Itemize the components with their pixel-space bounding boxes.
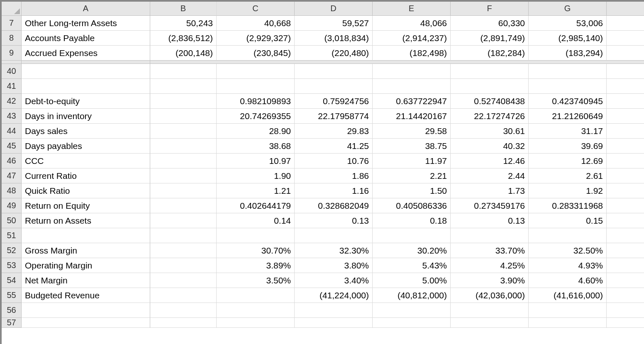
cell-F52[interactable]: 33.70% bbox=[451, 243, 529, 258]
cell-A44[interactable]: Days sales bbox=[22, 124, 150, 139]
cell-F51[interactable] bbox=[451, 228, 529, 243]
col-header-C[interactable]: C bbox=[217, 2, 295, 16]
cell-overflow-56[interactable] bbox=[607, 303, 644, 318]
row-header-47[interactable]: 47 bbox=[2, 168, 22, 183]
cell-A7[interactable]: Other Long-term Assets bbox=[22, 16, 150, 31]
cell-B41[interactable] bbox=[150, 79, 217, 94]
cell-B45[interactable] bbox=[150, 139, 217, 154]
cell-C46[interactable]: 10.97 bbox=[217, 154, 295, 168]
cell-D52[interactable]: 32.30% bbox=[295, 243, 373, 258]
cell-E53[interactable]: 5.43% bbox=[373, 258, 451, 273]
cell-B9[interactable]: (200,148) bbox=[150, 46, 217, 61]
cell-C45[interactable]: 38.68 bbox=[217, 139, 295, 154]
cell-E51[interactable] bbox=[373, 228, 451, 243]
cell-overflow-8[interactable] bbox=[607, 31, 644, 46]
cell-overflow-9[interactable] bbox=[607, 46, 644, 61]
cell-A50[interactable]: Return on Assets bbox=[22, 213, 150, 228]
cell-overflow-46[interactable] bbox=[607, 154, 644, 168]
cell-E47[interactable]: 2.21 bbox=[373, 168, 451, 183]
cell-A46[interactable]: CCC bbox=[22, 154, 150, 168]
cell-G42[interactable]: 0.423740945 bbox=[529, 94, 607, 109]
cell-B49[interactable] bbox=[150, 198, 217, 213]
cell-D57[interactable] bbox=[295, 318, 373, 328]
row-header-48[interactable]: 48 bbox=[2, 183, 22, 198]
cell-overflow-40[interactable] bbox=[607, 64, 644, 79]
row-header-41[interactable]: 41 bbox=[2, 79, 22, 94]
cell-A8[interactable]: Accounts Payable bbox=[22, 31, 150, 46]
cell-B56[interactable] bbox=[150, 303, 217, 318]
cell-E56[interactable] bbox=[373, 303, 451, 318]
cell-D54[interactable]: 3.40% bbox=[295, 273, 373, 288]
cell-E45[interactable]: 38.75 bbox=[373, 139, 451, 154]
cell-G52[interactable]: 32.50% bbox=[529, 243, 607, 258]
cell-D48[interactable]: 1.16 bbox=[295, 183, 373, 198]
row-header-8[interactable]: 8 bbox=[2, 31, 22, 46]
cell-A57[interactable] bbox=[22, 318, 150, 328]
cell-F57[interactable] bbox=[451, 318, 529, 328]
col-header-overflow[interactable] bbox=[607, 2, 644, 16]
cell-G57[interactable] bbox=[529, 318, 607, 328]
cell-A53[interactable]: Operating Margin bbox=[22, 258, 150, 273]
cell-A49[interactable]: Return on Equity bbox=[22, 198, 150, 213]
cell-F56[interactable] bbox=[451, 303, 529, 318]
cell-C9[interactable]: (230,845) bbox=[217, 46, 295, 61]
row-header-45[interactable]: 45 bbox=[2, 139, 22, 154]
cell-D55[interactable]: (41,224,000) bbox=[295, 288, 373, 303]
cell-A55[interactable]: Budgeted Revenue bbox=[22, 288, 150, 303]
cell-C53[interactable]: 3.89% bbox=[217, 258, 295, 273]
cell-A48[interactable]: Quick Ratio bbox=[22, 183, 150, 198]
cell-G45[interactable]: 39.69 bbox=[529, 139, 607, 154]
cell-B7[interactable]: 50,243 bbox=[150, 16, 217, 31]
cell-F53[interactable]: 4.25% bbox=[451, 258, 529, 273]
cell-B57[interactable] bbox=[150, 318, 217, 328]
cell-C42[interactable]: 0.982109893 bbox=[217, 94, 295, 109]
col-header-D[interactable]: D bbox=[295, 2, 373, 16]
select-all-corner[interactable] bbox=[2, 2, 22, 16]
cell-F40[interactable] bbox=[451, 64, 529, 79]
cell-C7[interactable]: 40,668 bbox=[217, 16, 295, 31]
row-header-53[interactable]: 53 bbox=[2, 258, 22, 273]
cell-B48[interactable] bbox=[150, 183, 217, 198]
cell-A54[interactable]: Net Margin bbox=[22, 273, 150, 288]
cell-F43[interactable]: 22.17274726 bbox=[451, 109, 529, 124]
cell-overflow-43[interactable] bbox=[607, 109, 644, 124]
row-header-49[interactable]: 49 bbox=[2, 198, 22, 213]
cell-C47[interactable]: 1.90 bbox=[217, 168, 295, 183]
row-header-40[interactable]: 40 bbox=[2, 64, 22, 79]
cell-G41[interactable] bbox=[529, 79, 607, 94]
cell-F47[interactable]: 2.44 bbox=[451, 168, 529, 183]
cell-F48[interactable]: 1.73 bbox=[451, 183, 529, 198]
cell-G55[interactable]: (41,616,000) bbox=[529, 288, 607, 303]
cell-E54[interactable]: 5.00% bbox=[373, 273, 451, 288]
cell-overflow-44[interactable] bbox=[607, 124, 644, 139]
cell-overflow-57[interactable] bbox=[607, 318, 644, 328]
cell-E44[interactable]: 29.58 bbox=[373, 124, 451, 139]
cell-E57[interactable] bbox=[373, 318, 451, 328]
cell-overflow-50[interactable] bbox=[607, 213, 644, 228]
col-header-A[interactable]: A bbox=[22, 2, 150, 16]
cell-C51[interactable] bbox=[217, 228, 295, 243]
cell-C43[interactable]: 20.74269355 bbox=[217, 109, 295, 124]
cell-A47[interactable]: Current Ratio bbox=[22, 168, 150, 183]
cell-D46[interactable]: 10.76 bbox=[295, 154, 373, 168]
cell-G46[interactable]: 12.69 bbox=[529, 154, 607, 168]
row-header-54[interactable]: 54 bbox=[2, 273, 22, 288]
cell-B55[interactable] bbox=[150, 288, 217, 303]
cell-overflow-54[interactable] bbox=[607, 273, 644, 288]
cell-E40[interactable] bbox=[373, 64, 451, 79]
cell-A43[interactable]: Days in inventory bbox=[22, 109, 150, 124]
cell-E50[interactable]: 0.18 bbox=[373, 213, 451, 228]
cell-F9[interactable]: (182,284) bbox=[451, 46, 529, 61]
cell-C41[interactable] bbox=[217, 79, 295, 94]
cell-D8[interactable]: (3,018,834) bbox=[295, 31, 373, 46]
col-header-E[interactable]: E bbox=[373, 2, 451, 16]
cell-C50[interactable]: 0.14 bbox=[217, 213, 295, 228]
cell-B40[interactable] bbox=[150, 64, 217, 79]
col-header-G[interactable]: G bbox=[529, 2, 607, 16]
cell-F8[interactable]: (2,891,749) bbox=[451, 31, 529, 46]
row-header-43[interactable]: 43 bbox=[2, 109, 22, 124]
cell-G7[interactable]: 53,006 bbox=[529, 16, 607, 31]
cell-F45[interactable]: 40.32 bbox=[451, 139, 529, 154]
cell-D50[interactable]: 0.13 bbox=[295, 213, 373, 228]
cell-E55[interactable]: (40,812,000) bbox=[373, 288, 451, 303]
